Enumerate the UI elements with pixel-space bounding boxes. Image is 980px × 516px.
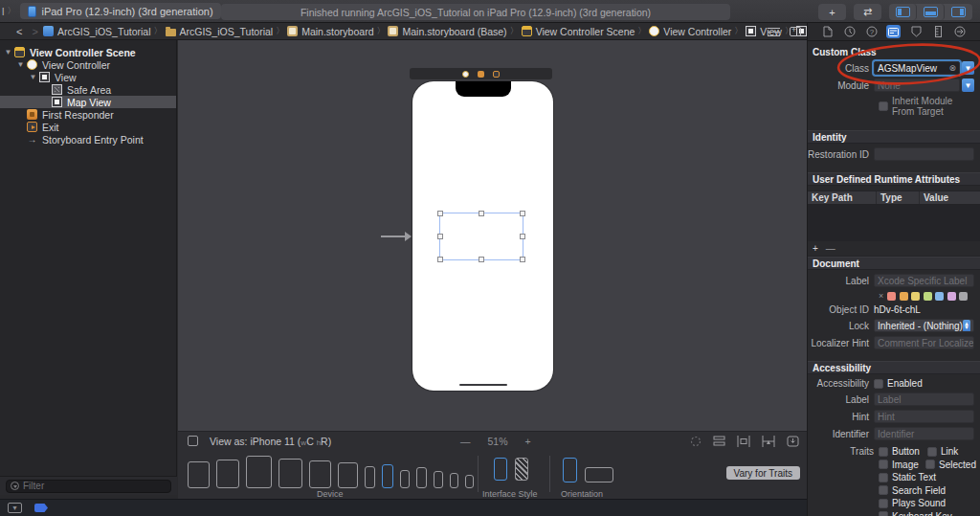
zoom-out-button[interactable]: — — [460, 436, 471, 447]
accessibility-identifier-field[interactable]: Identifier — [874, 427, 974, 440]
trait-plays-sound-checkbox[interactable] — [879, 499, 888, 508]
device-ipad-icon[interactable] — [188, 461, 210, 488]
class-field[interactable]: AGSMapView ⊗ — [874, 61, 960, 75]
code-review-button[interactable]: ⇄ — [854, 4, 881, 20]
outline-row-view[interactable]: ▼ View — [0, 71, 176, 83]
color-swatch[interactable] — [900, 292, 908, 301]
device-ipad-icon[interactable] — [278, 459, 302, 488]
disclosure-triangle-icon[interactable]: ▼ — [27, 73, 39, 81]
add-attribute-button[interactable]: + — [813, 243, 818, 254]
view-as-label[interactable]: View as: iPhone 11 (wC hR) — [210, 436, 331, 447]
disclosure-triangle-icon[interactable]: ▼ — [2, 48, 14, 56]
interface-style-light-icon[interactable] — [494, 458, 507, 481]
device-ipad-icon[interactable] — [338, 462, 358, 488]
align-icon[interactable] — [737, 436, 750, 447]
activity-status-bar[interactable]: Finished running ArcGIS_iOS_Tutorial on … — [221, 4, 730, 20]
column-value[interactable]: Value — [920, 191, 980, 204]
back-button[interactable]: < — [16, 26, 22, 37]
outline-row-safe-area[interactable]: Safe Area — [0, 83, 176, 96]
device-iphone-icon[interactable] — [416, 467, 427, 488]
resize-handle[interactable] — [520, 211, 525, 216]
entry-point-arrow-icon[interactable] — [381, 230, 412, 243]
resize-handle[interactable] — [437, 234, 443, 239]
hide-debug-area-icon[interactable]: ▼ — [8, 503, 22, 513]
vary-for-traits-button[interactable]: Vary for Traits — [726, 466, 801, 480]
trait-keyboard-key-checkbox[interactable] — [879, 511, 888, 516]
column-key-path[interactable]: Key Path — [808, 191, 877, 204]
trait-image-checkbox[interactable] — [879, 460, 888, 469]
filter-input[interactable]: Filter — [6, 480, 171, 493]
color-swatch[interactable] — [924, 292, 932, 301]
document-label-field[interactable]: Xcode Specific Label — [874, 274, 974, 287]
device-iphone-icon[interactable] — [365, 466, 375, 488]
view-controller-icon[interactable] — [462, 71, 469, 78]
toggle-inspector-button[interactable] — [945, 4, 972, 20]
accessibility-hint-field[interactable]: Hint — [874, 410, 974, 423]
color-swatch[interactable] — [887, 292, 896, 301]
update-frames-icon[interactable] — [690, 436, 702, 447]
add-editor-icon[interactable] — [790, 27, 801, 36]
storyboard-canvas[interactable] — [178, 40, 807, 431]
device-iphone-icon[interactable] — [434, 471, 443, 488]
restoration-id-field[interactable] — [874, 147, 974, 161]
lock-dropdown[interactable]: Inherited - (Nothing) ▲▼ — [874, 319, 974, 332]
toggle-navigator-button[interactable] — [889, 4, 917, 20]
color-swatch[interactable] — [959, 292, 968, 301]
trait-link-checkbox[interactable] — [927, 447, 937, 457]
exit-icon[interactable] — [493, 71, 500, 78]
resolve-autolayout-icon[interactable] — [787, 436, 799, 447]
toggle-debug-area-button[interactable] — [917, 4, 945, 20]
device-iphone-icon[interactable] — [465, 475, 474, 488]
accessibility-enabled-checkbox[interactable] — [874, 379, 883, 389]
library-add-button[interactable]: + — [818, 4, 846, 20]
clear-icon[interactable]: ⊗ — [948, 63, 956, 73]
column-type[interactable]: Type — [877, 191, 920, 204]
size-inspector-icon[interactable] — [931, 25, 946, 38]
run-destination-selector[interactable]: iPad Pro (12.9-inch) (3rd generation) — [20, 3, 220, 19]
runtime-attributes-table-body[interactable] — [808, 205, 980, 241]
color-swatch[interactable] — [935, 292, 944, 301]
file-inspector-icon[interactable] — [820, 25, 835, 38]
localizer-hint-field[interactable]: Comment For Localizer — [874, 336, 974, 349]
outline-row-entry-point[interactable]: → Storyboard Entry Point — [0, 133, 176, 146]
device-ipad-icon[interactable] — [309, 460, 331, 488]
device-ipad-icon[interactable] — [216, 460, 239, 488]
identity-inspector-icon-selected[interactable] — [886, 25, 901, 38]
remove-attribute-button[interactable]: — — [826, 243, 835, 254]
class-dropdown-button[interactable]: ▼ — [962, 61, 974, 75]
breadcrumb-storyboard-base[interactable]: Main.storyboard (Base) — [388, 26, 506, 37]
breadcrumb-group[interactable]: ArcGIS_iOS_Tutorial — [166, 26, 274, 37]
outline-row-first-responder[interactable]: First Responder — [0, 108, 176, 121]
outline-row-map-view[interactable]: Map View — [0, 96, 176, 108]
device-iphone-11-icon-selected[interactable] — [382, 464, 393, 488]
resize-handle[interactable] — [520, 234, 525, 239]
resize-handle[interactable] — [437, 257, 443, 262]
device-bar-toggle-icon[interactable] — [188, 436, 198, 446]
inherit-module-checkbox[interactable] — [879, 101, 888, 111]
resize-handle[interactable] — [479, 257, 484, 262]
orientation-portrait-icon[interactable] — [563, 458, 577, 482]
module-dropdown-button[interactable]: ▼ — [962, 79, 974, 92]
breadcrumb-storyboard[interactable]: Main.storyboard — [287, 26, 373, 37]
accessibility-label-field[interactable]: Label — [874, 393, 974, 406]
device-iphone-icon[interactable] — [400, 470, 410, 488]
interface-style-dark-icon[interactable] — [515, 458, 528, 481]
outline-row-scene[interactable]: ▼ View Controller Scene — [0, 46, 176, 58]
orientation-landscape-icon[interactable] — [585, 467, 613, 482]
forward-button[interactable]: > — [32, 26, 37, 37]
trait-selected-checkbox[interactable] — [925, 460, 935, 469]
color-swatch[interactable] — [947, 292, 956, 301]
embed-in-stack-icon[interactable] — [713, 436, 725, 447]
first-responder-icon[interactable] — [478, 71, 484, 78]
module-field[interactable]: None — [874, 79, 960, 92]
disclosure-triangle-icon[interactable]: ▼ — [14, 60, 27, 69]
color-swatch[interactable] — [911, 292, 920, 301]
resize-handle[interactable] — [479, 211, 484, 216]
trait-search-field-checkbox[interactable] — [879, 485, 888, 495]
document-items-icon[interactable] — [768, 28, 780, 36]
breakpoints-flag-icon[interactable] — [34, 504, 48, 512]
resize-handle[interactable] — [520, 257, 525, 262]
history-inspector-icon[interactable] — [842, 25, 857, 38]
trait-button-checkbox[interactable] — [879, 447, 888, 457]
zoom-in-button[interactable]: + — [525, 436, 531, 447]
